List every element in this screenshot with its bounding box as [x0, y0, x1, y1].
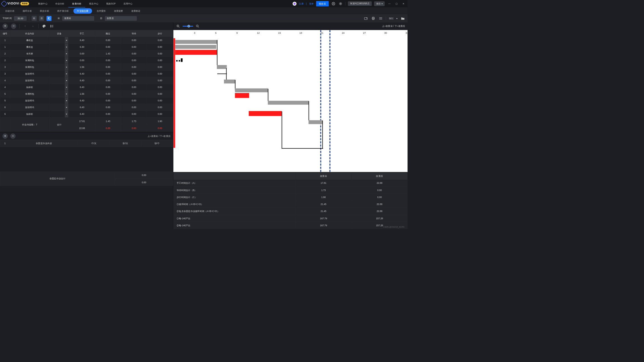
sub-tab-6[interactable]: 改善提案 [110, 8, 127, 14]
minimize-icon[interactable]: — [387, 1, 392, 6]
arrow-up-icon[interactable]: ↑ [23, 24, 27, 28]
table-row[interactable]: 4放说明书▾6.400.000.000.00 [0, 77, 173, 84]
add-button[interactable]: + [3, 23, 8, 29]
remove-button[interactable]: − [11, 23, 16, 29]
screenshot-icon[interactable] [364, 16, 368, 21]
sub-tab-0[interactable]: 比较分析 [2, 8, 18, 14]
svg-point-17 [50, 27, 51, 27]
restore-button[interactable]: 恢复到已保存的状态 [348, 1, 372, 6]
table-row[interactable]: 6放说明书▾6.400.000.000.00 [0, 104, 173, 111]
table-row[interactable]: 4贴标签▾6.400.000.000.00 [0, 84, 173, 90]
chevron-down-icon[interactable]: ▾ [65, 71, 68, 77]
nf-remove-button[interactable]: − [10, 134, 16, 139]
nf-content: 非固定作业内容 [10, 140, 78, 147]
table-row[interactable]: 2拿调料包▾0.000.000.000.00 [0, 57, 173, 64]
table-row[interactable]: 5拿调料包▾1.560.000.000.00 [0, 90, 173, 97]
sub-tab-1[interactable]: 循环分析 [19, 8, 35, 14]
cell-manual: 6.30 [69, 44, 95, 50]
after-frame-icon[interactable]: 后 [39, 16, 44, 21]
table-row[interactable]: 3拿调料包▾1.560.000.000.00 [0, 64, 173, 70]
chevron-down-icon[interactable]: ▾ [65, 57, 68, 63]
cell-move: 0.00 [95, 111, 121, 118]
total-wait-bot: 0.00 [121, 125, 147, 132]
cell-walk: 0.00 [147, 97, 173, 104]
table-row[interactable]: 1叠纸盒▾6.300.000.000.00 [0, 44, 173, 50]
nf-add-button[interactable]: + [3, 134, 8, 139]
chevron-down-icon[interactable]: ▾ [65, 64, 68, 70]
tick: 12 [257, 32, 260, 34]
menu-icon[interactable] [378, 16, 383, 21]
slider-handle[interactable] [188, 25, 190, 27]
help-icon[interactable]: ? [338, 1, 343, 6]
chevron-down-icon[interactable]: ▾ [65, 104, 68, 111]
table-row[interactable]: 2拿荞麦▾0.001.430.000.00 [0, 50, 173, 57]
zoom-out-icon[interactable] [195, 24, 200, 28]
sub-tab-4[interactable]: 作业组合票 [74, 8, 92, 14]
table-row[interactable]: 6贴标签▾6.400.000.000.00 [0, 111, 173, 118]
chevron-down-icon[interactable]: ▾ [65, 50, 68, 57]
chevron-down-icon[interactable]: ▾ [65, 44, 68, 50]
marker-line-1 [320, 30, 321, 172]
save-button[interactable]: 保存▾ [374, 1, 385, 6]
main-tab-5[interactable]: 应用中心 [120, 0, 137, 7]
main-tab-3[interactable]: 报表中心 [85, 0, 102, 7]
cell-walk: 0.00 [147, 90, 173, 97]
main-tab-4[interactable]: 视频SOP [102, 0, 120, 7]
gear-icon[interactable] [331, 1, 336, 6]
list-icon[interactable] [49, 24, 54, 28]
sub-tab-7[interactable]: 改善验证 [128, 8, 144, 14]
maximize-icon[interactable]: ▢ [394, 1, 399, 6]
svg-point-13 [50, 25, 51, 25]
copy-icon[interactable] [46, 16, 51, 21]
cell-content: 贴标签 [10, 84, 49, 90]
subbar: 比较分析循环分析联合分析线平衡分析作业组合票合并重排改善提案改善验证 [0, 8, 408, 15]
cell-move: 0.00 [95, 104, 121, 111]
user-badge-icon[interactable] [293, 2, 297, 6]
chevron-down-icon[interactable]: ▾ [65, 84, 68, 90]
totals: 作业内容数：7 合计 17.81 1.43 1.73 1.90 22.88 0.… [0, 118, 173, 132]
before-frame-icon[interactable]: 前 [32, 16, 37, 21]
takt-input[interactable] [14, 16, 27, 21]
sub-tab-5[interactable]: 合并重排 [93, 8, 109, 14]
main-tab-2[interactable]: 改善分析 [68, 0, 86, 7]
input-before[interactable] [62, 16, 94, 21]
chevron-down-icon[interactable]: ▾ [65, 77, 68, 84]
table-row[interactable]: 1叠纸盒▾6.400.000.000.00 [0, 37, 173, 44]
cell-wait: 0.00 [121, 64, 147, 70]
close-icon[interactable]: ✕ [401, 1, 406, 6]
login-link[interactable]: 登录 [309, 2, 314, 5]
cell-manual: 6.40 [69, 111, 95, 118]
cell-walk: 0.00 [147, 104, 173, 111]
summary-after: 0.00 [352, 194, 408, 201]
chevron-down-icon[interactable]: ▾ [65, 91, 68, 97]
sub-tab-2[interactable]: 联合分析 [36, 8, 53, 14]
sub-tab-3[interactable]: 线平衡分析 [54, 8, 72, 14]
chevron-down-icon[interactable]: ▾ [65, 97, 68, 104]
input-after[interactable] [105, 16, 137, 21]
palette-icon[interactable] [42, 24, 46, 28]
total-move-top: 1.43 [95, 118, 121, 125]
register-link[interactable]: 注册 [299, 2, 303, 5]
cell-device: ▾ [49, 37, 69, 44]
chevron-down-icon[interactable]: ▾ [65, 37, 68, 43]
summary-after: 0.00 [352, 187, 408, 194]
tick: 18 [299, 32, 302, 34]
main-tab-0[interactable]: 数据中心 [34, 0, 51, 7]
cell-wait: 0.00 [121, 37, 147, 44]
combo-tab[interactable]: 组合表 [316, 1, 329, 6]
chevron-down-icon[interactable]: ▾ [396, 17, 397, 20]
cell-manual: 6.40 [69, 104, 95, 111]
folder-icon[interactable] [401, 16, 405, 21]
zoom-slider[interactable] [183, 26, 193, 27]
table-row[interactable]: 3放说明书▾6.400.000.000.00 [0, 70, 173, 77]
cell-manual: 0.00 [69, 50, 95, 57]
zoom-in-icon[interactable] [176, 24, 180, 28]
nf-total-label: 非固定作业合计 [0, 172, 115, 186]
table-row[interactable]: 5放说明书▾6.400.000.000.00 [0, 97, 173, 104]
tick: 15 [278, 32, 281, 34]
chevron-down-icon[interactable]: ▾ [65, 111, 68, 117]
main-tab-1[interactable]: 作业分析 [51, 0, 68, 7]
print-icon[interactable] [371, 16, 375, 21]
arrow-down-icon[interactable]: ↓ [30, 24, 35, 28]
bar-gray-1 [175, 40, 217, 44]
